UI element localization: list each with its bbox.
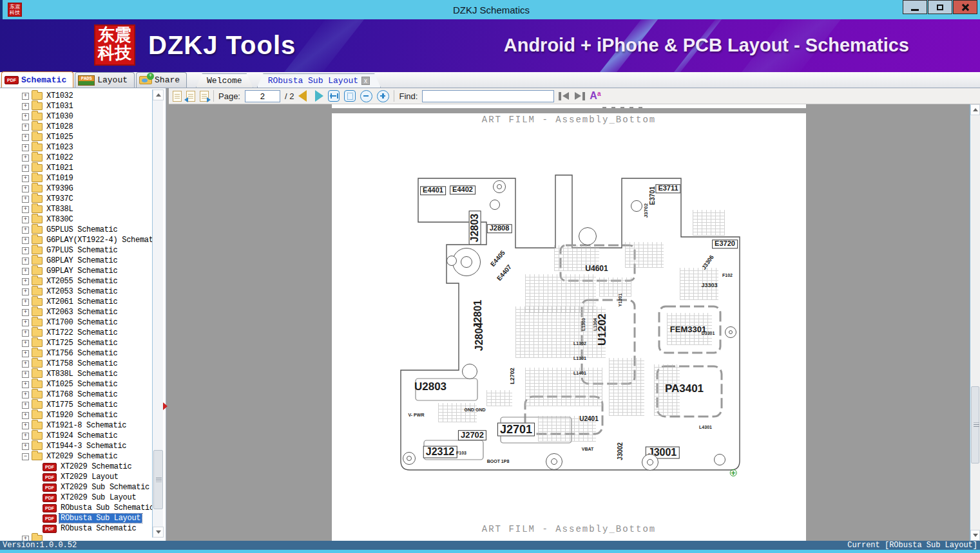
tree-folder-item[interactable]: +XT1021 (3, 163, 152, 173)
expand-toggle-icon[interactable]: + (22, 93, 29, 100)
tree-folder-item[interactable]: +XT1032 (3, 91, 152, 101)
expand-toggle-icon[interactable]: + (22, 196, 29, 203)
match-case-icon[interactable]: Aa (590, 91, 600, 101)
tree-folder-item[interactable]: +XT1725 Schematic (3, 338, 152, 348)
expand-toggle-icon[interactable]: + (22, 134, 29, 141)
tree-folder-item[interactable]: −XT2029 Schematic (3, 451, 152, 462)
expand-toggle-icon[interactable]: + (22, 155, 29, 162)
expand-toggle-icon[interactable]: + (22, 278, 29, 285)
tree-folder-item[interactable]: +XT1025 (3, 132, 152, 142)
expand-toggle-icon[interactable]: + (22, 391, 29, 398)
tree-folder-item[interactable]: +XT1758 Schematic (3, 359, 152, 369)
minimize-button[interactable] (903, 0, 927, 14)
tree-folder-item[interactable]: +XT1756 Schematic (3, 348, 152, 359)
close-tab-icon[interactable]: x (361, 77, 370, 85)
tree-folder-item[interactable]: +XT1775 Schematic (3, 400, 152, 410)
zoom-out-icon[interactable] (360, 90, 372, 102)
expand-toggle-icon[interactable]: + (22, 237, 29, 244)
expand-toggle-icon[interactable]: + (22, 309, 29, 316)
previous-page-icon[interactable] (298, 90, 307, 102)
expand-toggle-icon[interactable]: + (22, 258, 29, 265)
tab-robusta-sub-layout[interactable]: RObusta Sub Layout x (257, 73, 381, 88)
expand-toggle-icon[interactable]: + (22, 340, 29, 347)
expand-toggle-icon[interactable]: + (22, 216, 29, 223)
expand-toggle-icon[interactable]: + (22, 536, 29, 541)
expand-toggle-icon[interactable]: + (22, 330, 29, 337)
fit-page-icon[interactable] (344, 90, 356, 102)
tree-folder-item[interactable]: +XT937C (3, 194, 152, 204)
prev-document-icon[interactable] (186, 91, 195, 102)
tree-doc-item[interactable]: PDFXT2029 Sub Layout (3, 492, 152, 503)
tree-folder-item[interactable]: +XT2053 Schematic (3, 286, 152, 297)
tree-doc-item[interactable]: PDFRObusta Sub Schematic (3, 503, 152, 513)
find-next-icon[interactable] (574, 92, 585, 100)
expand-toggle-icon[interactable]: + (22, 185, 29, 192)
scroll-up-icon[interactable] (970, 104, 980, 115)
tree-folder-item[interactable]: +XT2063 Schematic (3, 307, 152, 317)
sidebar-scrollbar[interactable] (152, 89, 163, 538)
pdf-viewer[interactable]: ART FILM - Assembly_Bottom ART FILM - As… (169, 104, 980, 541)
expand-toggle-icon[interactable]: + (22, 361, 29, 368)
scrollbar-thumb[interactable] (153, 450, 163, 509)
tree-folder-item[interactable]: + (3, 534, 152, 541)
tree-folder-item[interactable]: +XT1700 Schematic (3, 317, 152, 328)
page-input[interactable] (245, 90, 280, 102)
expand-toggle-icon[interactable]: + (22, 381, 29, 388)
tree-folder-item[interactable]: +XT2061 Schematic (3, 297, 152, 307)
tree-folder-item[interactable]: +G7PLUS Schematic (3, 245, 152, 256)
scroll-down-icon[interactable] (153, 527, 164, 538)
tree-folder-item[interactable]: +XT1019 (3, 173, 152, 183)
expand-toggle-icon[interactable]: + (22, 103, 29, 110)
zoom-in-icon[interactable] (377, 90, 389, 102)
expand-toggle-icon[interactable]: + (22, 402, 29, 409)
tree-folder-item[interactable]: +G8PLAY Schematic (3, 256, 152, 266)
tree-folder-item[interactable]: +G5PLUS Schematic (3, 225, 152, 235)
tree-folder-item[interactable]: +XT1022 (3, 153, 152, 163)
tree-folder-item[interactable]: +XT1924 Schematic (3, 431, 152, 441)
find-input[interactable] (422, 90, 554, 102)
expand-toggle-icon[interactable]: + (22, 433, 29, 440)
splitter-collapse-icon[interactable] (163, 402, 168, 410)
tab-schematic[interactable]: PDF Schematic (1, 71, 73, 88)
maximize-button[interactable] (928, 0, 952, 14)
scrollbar-thumb[interactable] (971, 386, 979, 464)
collapse-toggle-icon[interactable]: − (22, 453, 29, 460)
tree-folder-item[interactable]: +XT1768 Schematic (3, 389, 152, 400)
tree-folder-item[interactable]: +G6PLAY(XT1922-4) Schematic (3, 235, 152, 245)
tree-folder-item[interactable]: +XT1722 Schematic (3, 328, 152, 338)
tree-doc-item[interactable]: PDFXT2029 Sub Schematic (3, 482, 152, 492)
tree-folder-item[interactable]: +XT830C (3, 214, 152, 225)
tab-layout[interactable]: PADS Layout (75, 72, 135, 88)
tree-doc-item[interactable]: PDFXT2029 Schematic (3, 462, 152, 472)
tree-folder-item[interactable]: +XT2055 Schematic (3, 276, 152, 286)
tree-folder-item[interactable]: +XT1030 (3, 111, 152, 122)
scroll-up-icon[interactable] (153, 89, 164, 100)
tree-folder-item[interactable]: +G9PLAY Schematic (3, 266, 152, 276)
expand-toggle-icon[interactable]: + (22, 175, 29, 182)
tree-folder-item[interactable]: +XT838L (3, 204, 152, 214)
expand-toggle-icon[interactable]: + (22, 113, 29, 120)
tree-folder-item[interactable]: +XT939G (3, 183, 152, 194)
expand-toggle-icon[interactable]: + (22, 443, 29, 450)
tree-folder-item[interactable]: +XT1920 Schematic (3, 410, 152, 420)
expand-toggle-icon[interactable]: + (22, 268, 29, 275)
expand-toggle-icon[interactable]: + (22, 412, 29, 419)
expand-toggle-icon[interactable]: + (22, 124, 29, 131)
viewer-scrollbar[interactable] (970, 104, 980, 541)
expand-toggle-icon[interactable]: + (22, 422, 29, 429)
next-page-icon[interactable] (315, 90, 323, 102)
tree-folder-item[interactable]: +XT1944-3 Schematic (3, 441, 152, 451)
tree-folder-item[interactable]: +XT1023 (3, 142, 152, 153)
expand-toggle-icon[interactable]: + (22, 247, 29, 254)
expand-toggle-icon[interactable]: + (22, 299, 29, 306)
tree-doc-item[interactable]: PDFRObusta Sub Layout (3, 513, 152, 523)
close-button[interactable] (953, 0, 977, 14)
expand-toggle-icon[interactable]: + (22, 206, 29, 213)
tree-folder-item[interactable]: +XT1025 Schematic (3, 379, 152, 389)
expand-toggle-icon[interactable]: + (22, 288, 29, 295)
expand-toggle-icon[interactable]: + (22, 371, 29, 378)
tree-folder-item[interactable]: +XT838L Schematic (3, 369, 152, 379)
tree-folder-item[interactable]: +XT1921-8 Schematic (3, 420, 152, 431)
tree-folder-item[interactable]: +XT1028 (3, 122, 152, 132)
expand-toggle-icon[interactable]: + (22, 227, 29, 234)
